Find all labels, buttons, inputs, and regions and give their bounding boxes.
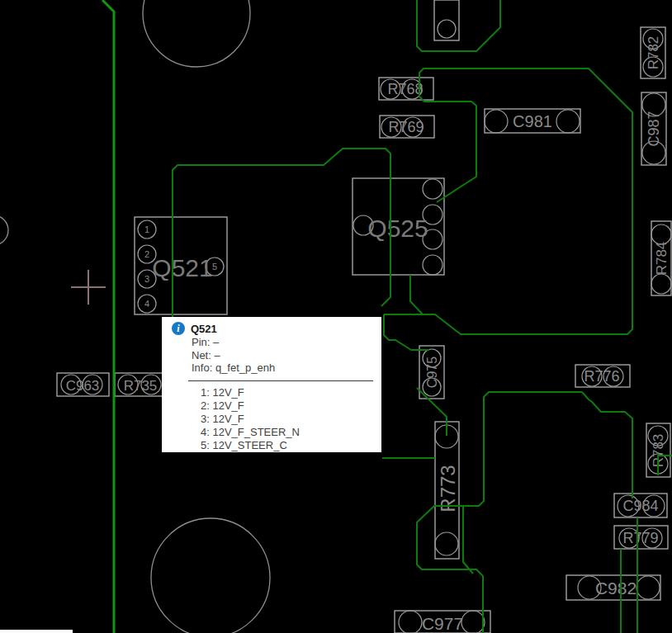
component-C984[interactable]: C984 xyxy=(614,494,667,517)
component-C963[interactable]: C963 xyxy=(57,373,109,396)
component-Q521[interactable]: 12345Q521 xyxy=(135,217,227,314)
tooltip-separator xyxy=(188,380,373,381)
component-R782[interactable]: R782 xyxy=(641,27,665,78)
pad xyxy=(435,532,458,555)
tooltip-pin-list: 1: 12V_F2: 12V_F3: 12V_F4: 12V_F_STEER_N… xyxy=(167,386,376,452)
tooltip-row: Pin: – xyxy=(167,336,376,349)
net-right-loop[interactable] xyxy=(384,68,632,334)
tooltip-pin: 1: 12V_F xyxy=(167,386,376,399)
pad xyxy=(651,274,671,294)
component-ref-label: C963 xyxy=(66,378,100,394)
board-arc xyxy=(0,215,8,245)
net-left-vertical[interactable] xyxy=(102,0,114,633)
component-Q525[interactable]: Q525 xyxy=(353,178,444,275)
tooltip-row: Net: – xyxy=(167,349,376,362)
component-tooltip: i Q521 Pin: –Net: –Info: q_fet_p_enh 1: … xyxy=(162,317,381,452)
net-mid-branch[interactable] xyxy=(463,506,473,574)
pad xyxy=(651,224,671,244)
component-ref-label: Q525 xyxy=(367,215,428,242)
pad xyxy=(423,255,442,275)
net-q525-pin-b[interactable] xyxy=(410,275,423,314)
component-ref-label: R779 xyxy=(622,530,658,546)
tooltip-header: i Q521 xyxy=(167,321,376,336)
component-ref-label: R769 xyxy=(388,119,424,135)
component-C987[interactable]: C987 xyxy=(641,92,666,165)
net-r776-c984[interactable] xyxy=(582,392,632,498)
component-C981[interactable]: C981 xyxy=(485,109,580,133)
component-R784[interactable]: R784 xyxy=(651,221,671,295)
component-ref-label: R776 xyxy=(584,368,619,385)
board-arc xyxy=(151,518,270,633)
component-C982[interactable]: C982 xyxy=(566,575,660,600)
component-ref-label: R735 xyxy=(124,378,158,394)
component-ref-label: C984 xyxy=(622,498,658,514)
pin-number: 4 xyxy=(144,299,149,309)
tooltip-pin: 3: 12V_F xyxy=(167,413,376,426)
component-ref-label: C987 xyxy=(646,111,662,146)
component-unnamed-pad[interactable] xyxy=(434,0,459,40)
pad xyxy=(485,110,508,133)
component-ref-label: C975 xyxy=(425,357,439,388)
component-ref-label: C982 xyxy=(595,579,637,598)
component-R779[interactable]: R779 xyxy=(614,526,668,549)
component-R776[interactable]: R776 xyxy=(575,365,630,387)
net-q525-pin-a[interactable] xyxy=(381,275,390,306)
tooltip-pin: 2: 12V_F xyxy=(167,399,376,413)
tooltip-pin: 5: 12V_STEER_C xyxy=(167,439,376,452)
component-ref-label: R784 xyxy=(654,242,670,276)
component-C977[interactable]: C977 xyxy=(395,611,490,633)
board-arc xyxy=(143,0,250,67)
tooltip-row: Info: q_fet_p_enh xyxy=(167,361,376,375)
component-R735[interactable]: R735 xyxy=(115,373,167,396)
component-ref-label: R782 xyxy=(646,36,661,70)
tooltip-pin: 4: 12V_F_STEER_N xyxy=(167,426,376,439)
info-icon: i xyxy=(172,322,185,335)
component-ref-label: C981 xyxy=(513,112,552,130)
window-edge-artifact xyxy=(0,630,73,633)
pad xyxy=(423,179,442,199)
component-R768[interactable]: R768 xyxy=(379,78,433,100)
pad xyxy=(438,20,456,38)
tooltip-rows: Pin: –Net: –Info: q_fet_p_enh xyxy=(167,336,376,375)
pin-number: 3 xyxy=(144,274,149,284)
pin-number: 5 xyxy=(212,262,217,272)
component-ref-label: C977 xyxy=(422,614,463,633)
pcb-canvas[interactable]: R768R769C981R782C987R78412345Q521Q525C96… xyxy=(0,0,672,633)
pad xyxy=(399,611,422,633)
component-ref-label: R768 xyxy=(387,81,423,97)
component-R769[interactable]: R769 xyxy=(380,116,434,138)
net-c975-r773[interactable] xyxy=(417,388,447,436)
pad xyxy=(461,611,485,633)
component-R773[interactable]: R773 xyxy=(435,422,459,559)
component-C975[interactable]: C975 xyxy=(419,346,444,399)
pin-number: 1 xyxy=(144,224,149,234)
component-ref-label: Q521 xyxy=(152,254,212,281)
pin-number: 2 xyxy=(144,249,149,259)
pad xyxy=(556,110,580,133)
pad xyxy=(637,576,660,599)
net-c975-top[interactable] xyxy=(384,314,429,350)
tooltip-title: Q521 xyxy=(191,323,217,335)
